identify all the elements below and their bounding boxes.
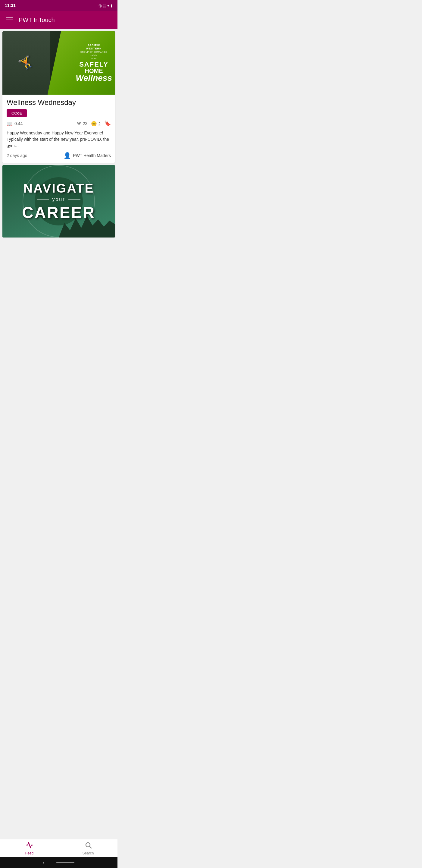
battery-icon: ▮ (110, 3, 112, 8)
career-your-text: your (37, 197, 80, 202)
dumbbell-icon: 🏋️ (17, 54, 35, 72)
wellness-meta-left: 📖 0:44 (7, 121, 23, 127)
eye-icon: 👁 (77, 121, 82, 126)
status-time: 11:31 (5, 3, 16, 8)
career-card-image: NAVIGATE your CAREER (2, 165, 115, 238)
wellness-card-image: 🏋️ PACIFICWESTERNGROUP OF COMPANIESsafe/… (2, 31, 115, 95)
card-navigate-career[interactable]: NAVIGATE your CAREER (2, 165, 115, 238)
smiley-icon: 😊 (91, 121, 97, 126)
career-career-text: CAREER (22, 204, 96, 221)
hamburger-line-1 (6, 18, 13, 18)
career-navigate-text: NAVIGATE (24, 181, 94, 195)
comments-group: 😊 2 (91, 121, 101, 127)
wellness-meta-right: 👁 23 😊 2 🔖 (77, 120, 111, 127)
wellness-card-title: Wellness Wednesday (7, 98, 111, 107)
wellness-author-name: PWT Health Matters (73, 153, 111, 158)
book-icon: 📖 (7, 121, 13, 127)
wellness-text: PACIFICWESTERNGROUP OF COMPANIESsafe/yho… (75, 44, 112, 82)
wellness-safely-text: SAFELY (75, 61, 112, 68)
wellness-author: 👤 PWT Health Matters (64, 152, 111, 159)
bookmark-icon[interactable]: 🔖 (104, 120, 111, 127)
hamburger-line-2 (6, 20, 13, 20)
career-text: NAVIGATE your CAREER (2, 165, 115, 238)
bottom-spacer (2, 240, 115, 270)
wellness-wellness-text: Wellness (75, 74, 112, 82)
wellness-read-time: 0:44 (14, 121, 23, 126)
card-wellness-wednesday[interactable]: 🏋️ PACIFICWESTERNGROUP OF COMPANIESsafe/… (2, 31, 115, 163)
wellness-excerpt: Happy Wednesday and Happy New Year Every… (7, 130, 111, 149)
status-icons: ◎ ⣿ ▾ ▮ (98, 3, 112, 8)
wellness-meta: 📖 0:44 👁 23 😊 2 🔖 (7, 120, 111, 127)
location-icon: ◎ (98, 3, 102, 8)
wellness-footer: 2 days ago 👤 PWT Health Matters (7, 152, 111, 159)
views-group: 👁 23 (77, 121, 87, 126)
wellness-brand-text: PACIFICWESTERNGROUP OF COMPANIESsafe/yho… (75, 44, 112, 60)
menu-button[interactable] (5, 16, 14, 24)
wellness-time-ago: 2 days ago (7, 153, 27, 158)
vibrate-icon: ⣿ (103, 3, 106, 8)
wellness-views: 23 (83, 121, 88, 126)
wellness-comments: 2 (98, 121, 101, 126)
hamburger-line-3 (6, 22, 13, 22)
content-area: 🏋️ PACIFICWESTERNGROUP OF COMPANIESsafe/… (0, 29, 118, 273)
app-bar: PWT InTouch (0, 11, 118, 29)
wifi-icon: ▾ (107, 3, 109, 8)
app-title: PWT InTouch (19, 17, 55, 24)
wellness-equipment: 🏋️ (2, 31, 50, 95)
wellness-card-body: Wellness Wednesday CCoE 📖 0:44 👁 23 😊 2 (2, 95, 115, 163)
status-bar: 11:31 ◎ ⣿ ▾ ▮ (0, 0, 118, 11)
wellness-tag[interactable]: CCoE (7, 109, 27, 117)
author-avatar-icon: 👤 (64, 152, 71, 159)
wellness-home-text: HOME (75, 68, 112, 74)
